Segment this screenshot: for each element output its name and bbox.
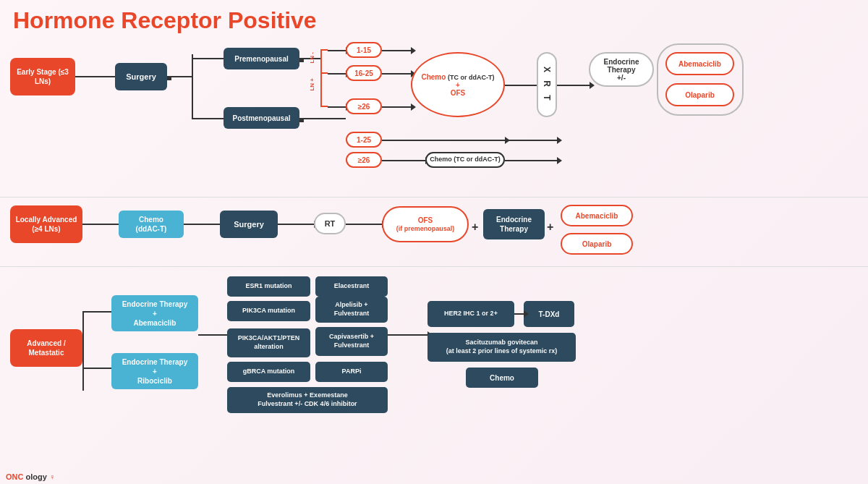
arrow-chemoofs-xrt [505, 85, 537, 86]
her2-box: HER2 IHC 1 or 2+ [427, 301, 514, 327]
abemaciclib-early: Abemaciclib [665, 52, 734, 75]
chemo-post-box: Chemo (TC or ddAC-T) [425, 152, 505, 168]
arrow-node-115 [328, 50, 346, 51]
node-ge26-post: ≥26 [346, 152, 382, 168]
rt-box: RT [314, 213, 346, 234]
everolimus-box: Everolimus + ExemestaneFulvestrant +/- C… [227, 387, 388, 413]
watermark-ology: ology [26, 472, 47, 481]
surgery-box-early: Surgery [115, 63, 167, 90]
ln-bracket-top [320, 49, 328, 51]
arrow-125-post-right [382, 140, 505, 141]
arrow-her2-tdxd [514, 313, 524, 315]
node-ge26-pre: ≥26 [346, 98, 382, 114]
alpelisib-box: Alpelisib +Fulvestrant [315, 297, 388, 323]
arrow-ge26-post-chemo [382, 160, 425, 161]
arrow-ge26pre-chemo [382, 106, 411, 108]
early-stage-box: Early Stage (≤3 LNs) [10, 58, 75, 95]
locally-advanced-box: Locally Advanced(≥4 LNs) [10, 205, 82, 243]
node-115: 1-15 [346, 42, 382, 58]
olaparib-early: Olaparib [665, 83, 734, 106]
pten-condition: PIK3CA/AKT1/PTENalteration [227, 328, 310, 357]
node-125-post: 1-25 [346, 132, 382, 148]
arrow-surgery-rt [278, 224, 314, 225]
xrt-box: X R T [537, 52, 557, 117]
elacestrant-box: Elacestrant [315, 276, 388, 297]
watermark-onc: ONC [6, 472, 23, 481]
ln-minus-label: LN - [309, 52, 315, 64]
olaparib-la: Olaparib [561, 233, 633, 255]
watermark-icon: ♀ [49, 472, 55, 481]
chemo-ddact-box: Chemo(ddAC-T) [119, 211, 184, 238]
premenopausal-box: Premenopausal [224, 48, 299, 69]
ln-bracket-bot [320, 106, 328, 107]
tdxd-box: T-DXd [524, 301, 574, 327]
arrow-rt-ofs [346, 224, 382, 225]
divider-2 [0, 266, 868, 267]
sacituzumab-box: Sacituzumab govitecan(at least 2 prior l… [427, 333, 576, 362]
abemaciclib-la: Abemaciclib [561, 205, 633, 226]
endocrine-therapy-early: EndocrineTherapy+/- [589, 52, 654, 87]
branch-vertical [192, 54, 193, 119]
arrow-mutations-her2 [388, 334, 427, 336]
arrow-postmenop-nodes [299, 118, 346, 119]
arrow-1625-chemo [382, 73, 411, 75]
arrow-premenop [192, 58, 224, 59]
arrow-early-surgery [75, 76, 115, 77]
advanced-metastatic-box: Advanced /Metastatic [10, 329, 82, 367]
arrow-node-ge26-pre [328, 106, 346, 108]
arrow-et-mutations [198, 334, 227, 336]
et-ribociclib-box: Endocrine Therapy+Ribociclib [111, 353, 198, 389]
arrow-115-chemo [382, 50, 411, 51]
arrow-node-1625 [328, 73, 346, 75]
divider-1 [0, 197, 868, 198]
esr1-condition: ESR1 mutation [227, 276, 310, 297]
arrow-postmenop [192, 118, 224, 119]
capivasertib-box: Capivasertib +Fulvestrant [315, 327, 388, 356]
et-abemaciclib-box: Endocrine Therapy+Abemaciclib [111, 295, 198, 331]
page-title: Hormone Receptor Positive [13, 7, 855, 34]
node-1625: 16-25 [346, 65, 382, 81]
ln-bracket-mid1 [320, 72, 328, 74]
arrow-post-xrt-long [505, 140, 557, 141]
parpi-box: PARPi [315, 362, 388, 382]
gbrca-condition: gBRCA mutation [227, 362, 310, 382]
pik3ca-condition: PIK3CA mutation [227, 301, 310, 321]
surgery-box-la: Surgery [220, 211, 278, 238]
arrow-chemopost-xrt [505, 160, 557, 161]
arrow-am-vert2 [82, 311, 84, 369]
watermark: ONC ology ♀ [6, 472, 55, 481]
ofs-oval: OFS(if premenopausal) [382, 206, 469, 242]
ln-bracket-v [320, 49, 322, 106]
ln-plus-label: LN + [309, 78, 315, 91]
chemo-ofs-oval: Chemo (TC or ddAC-T)+OFS [411, 52, 505, 117]
main-page: Hormone Receptor Positive Early Stage (≤… [0, 0, 868, 484]
plus-et-drugs: + [547, 221, 553, 234]
postmenopausal-box: Postmenopausal [224, 107, 299, 129]
arrow-xrt-endocrine [557, 85, 590, 86]
arrow-am-et-abema [82, 311, 111, 313]
arrow-surgery-branch [167, 76, 192, 77]
plus-ofs-et: + [472, 221, 478, 234]
arrow-chemo-surgery-la [184, 224, 220, 225]
arrow-am-et-ribociclib [82, 368, 111, 369]
arrow-la-chemo [82, 224, 119, 225]
chemo-am-box: Chemo [466, 368, 538, 388]
et-la-box: EndocrineTherapy [483, 209, 545, 239]
